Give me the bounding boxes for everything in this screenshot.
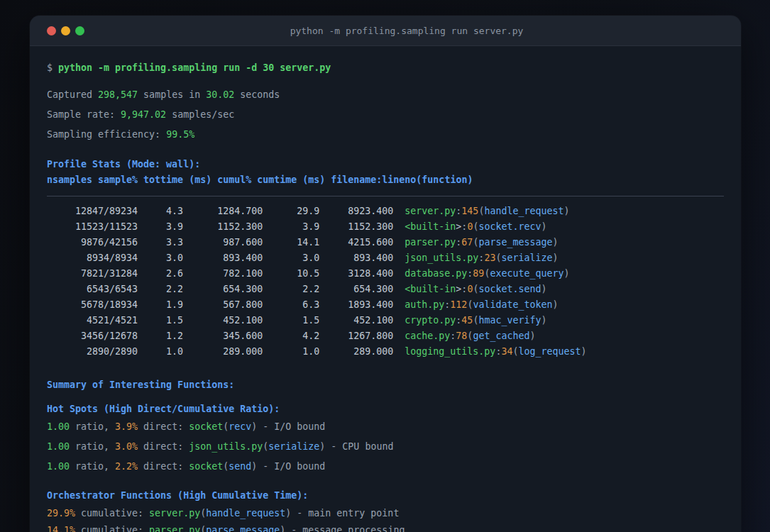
close-paren: ) — [552, 253, 558, 263]
cumtime-cell: 893.400 — [319, 250, 393, 266]
captured-tail-label: seconds — [234, 89, 280, 100]
sample-pct-cell: 3.0 — [138, 250, 183, 266]
captured-label: Captured — [47, 89, 98, 100]
hotspot-line: 1.00 ratio, 3.9% direct: socket(recv) - … — [47, 419, 724, 435]
function-name: parse_message — [478, 237, 552, 248]
nsamples-cell: 4521/4521 — [47, 313, 138, 328]
close-paren: ) — [552, 299, 558, 310]
cumtime-cell: 452.100 — [319, 313, 393, 328]
ratio-value: 1.00 — [47, 461, 70, 472]
location-cell: parser.py:67(parse_message) — [393, 237, 558, 248]
cumtime-cell: 1893.400 — [319, 297, 393, 313]
lineno-text: 78 — [456, 331, 467, 341]
tottime-cell: 452.100 — [183, 313, 263, 328]
direct-pct-value: 3.9% — [115, 421, 138, 432]
maximize-button[interactable] — [75, 26, 84, 35]
ratio-value: 1.00 — [47, 421, 70, 432]
sample-pct-cell: 1.9 — [138, 297, 183, 313]
orchestrator-line: 29.9% cumulative: server.py(handle_reque… — [47, 506, 724, 521]
cumulative-label: cumulative: — [75, 508, 149, 519]
filename-text: server.py — [405, 206, 456, 216]
cumtime-cell: 654.300 — [319, 282, 393, 297]
nsamples-cell: 3456/12678 — [47, 328, 138, 344]
location-cell: auth.py:112(validate_token) — [393, 299, 558, 310]
function-name: serialize — [501, 253, 552, 263]
filename-text: <built-in — [405, 221, 456, 232]
filename-text: auth.py — [405, 299, 444, 310]
lineno-text: 89 — [473, 268, 484, 279]
cumul-pct-cell: 1.5 — [263, 313, 319, 328]
function-name: validate_token — [473, 299, 552, 310]
nsamples-cell: 2890/2890 — [47, 344, 138, 360]
ratio-label: ratio, — [70, 421, 115, 432]
tottime-cell: 654.300 — [183, 282, 263, 297]
tottime-cell: 1152.300 — [183, 219, 263, 235]
direct-label: direct: — [138, 461, 189, 472]
table-columns-header: nsamples sample% tottime (ms) cumul% cum… — [47, 172, 724, 188]
close-button[interactable] — [47, 26, 56, 35]
cumul-pct-cell: 6.3 — [263, 297, 319, 313]
table-divider — [47, 196, 724, 196]
tottime-cell: 567.800 — [183, 297, 263, 313]
close-paren: ) — [541, 284, 546, 294]
tottime-cell: 345.600 — [183, 328, 263, 344]
tottime-cell: 1284.700 — [183, 204, 263, 219]
ratio-label: ratio, — [70, 461, 115, 472]
minimize-button[interactable] — [61, 26, 70, 35]
location-cell: json_utils.py:23(serialize) — [393, 253, 558, 263]
close-paren: ) — [541, 221, 546, 232]
filename-text: parser.py — [405, 237, 456, 248]
direct-label: direct: — [138, 421, 189, 432]
cumul-pct-cell: 14.1 — [263, 235, 319, 250]
table-row: 12847/892344.31284.70029.98923.400server… — [47, 204, 724, 219]
cumulative-pct-value: 29.9% — [47, 508, 75, 519]
tottime-cell: 893.400 — [183, 250, 263, 266]
target-name: socket — [189, 461, 223, 472]
profile-table: 12847/892344.31284.70029.98923.400server… — [47, 204, 724, 360]
orchestrator-list: 29.9% cumulative: server.py(handle_reque… — [47, 506, 724, 532]
terminal-window: python -m profiling.sampling run server.… — [30, 16, 741, 532]
function-name: parse_message — [206, 525, 280, 532]
function-name: send — [229, 461, 251, 472]
lineno-text: 145 — [461, 206, 478, 216]
cumtime-cell: 3128.400 — [319, 266, 393, 282]
hotspot-line: 1.00 ratio, 2.2% direct: socket(send) - … — [47, 459, 724, 475]
location-cell: logging_utils.py:34(log_request) — [393, 346, 586, 357]
cumtime-cell: 1267.800 — [319, 328, 393, 344]
desktop-background: python -m profiling.sampling run server.… — [0, 0, 770, 532]
window-title: python -m profiling.sampling run server.… — [101, 26, 741, 36]
close-paren: ) — [529, 331, 535, 341]
filename-text: <built-in — [405, 284, 456, 294]
table-row: 6543/65432.2654.3002.2654.300<built-in>:… — [47, 282, 724, 297]
nsamples-cell: 11523/11523 — [47, 219, 138, 235]
function-name: get_cached — [473, 331, 529, 341]
cumtime-cell: 4215.600 — [319, 235, 393, 250]
bound-note: - CPU bound — [325, 441, 393, 452]
cumtime-cell: 8923.400 — [319, 204, 393, 219]
nsamples-cell: 7821/31284 — [47, 266, 138, 282]
tottime-cell: 782.100 — [183, 266, 263, 282]
open-paren: ( — [200, 508, 206, 519]
cumul-pct-cell: 29.9 — [263, 204, 319, 219]
direct-pct-value: 3.0% — [115, 441, 138, 452]
nsamples-cell: 8934/8934 — [47, 250, 138, 266]
captured-mid-label: samples in — [138, 89, 206, 100]
target-name: socket — [189, 421, 223, 432]
function-name: socket.recv — [478, 221, 541, 232]
lineno-text: 112 — [450, 299, 467, 310]
close-paren: ) — [581, 346, 586, 357]
tottime-cell: 289.000 — [183, 344, 263, 360]
role-note: - main entry point — [291, 508, 399, 519]
command-text: python -m profiling.sampling run -d 30 s… — [58, 62, 331, 73]
sample-pct-cell: 1.0 — [138, 344, 183, 360]
sample-pct-cell: 2.6 — [138, 266, 183, 282]
table-row: 5678/189341.9567.8006.31893.400auth.py:1… — [47, 297, 724, 313]
efficiency-value: 99.5% — [166, 129, 194, 140]
target-name: parser.py — [149, 525, 200, 532]
table-row: 7821/312842.6782.10010.53128.400database… — [47, 266, 724, 282]
ratio-label: ratio, — [70, 441, 115, 452]
ratio-value: 1.00 — [47, 441, 70, 452]
terminal-output[interactable]: $ python -m profiling.sampling run -d 30… — [30, 60, 741, 532]
cumul-pct-cell: 3.0 — [263, 250, 319, 266]
summary-heading: Summary of Interesting Functions: — [47, 377, 724, 393]
